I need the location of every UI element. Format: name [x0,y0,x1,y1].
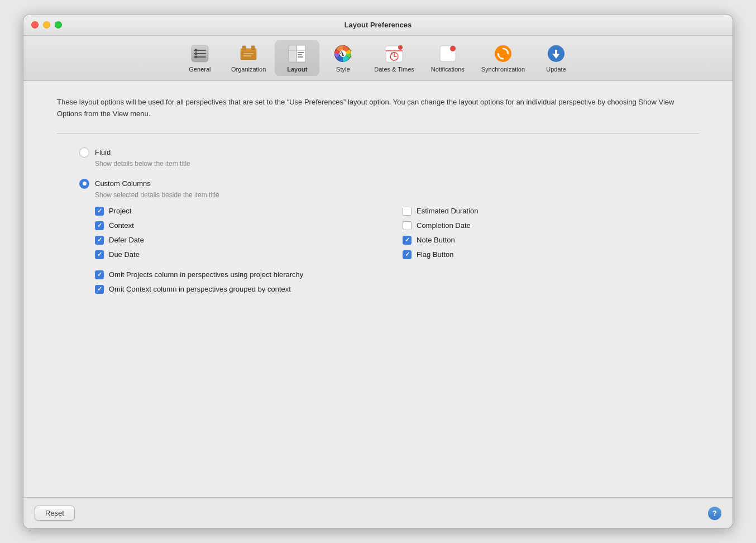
tab-notifications[interactable]: Notifications [423,40,472,76]
note-button-label: Note Button [417,236,455,244]
defer-date-checkbox[interactable] [95,236,104,245]
flag-button-checkbox[interactable] [403,250,412,259]
toolbar: General Organization [23,36,733,81]
list-item: Flag Button [403,250,699,259]
organization-icon [238,44,259,64]
custom-columns-radio[interactable] [79,179,89,189]
tab-organization-label: Organization [231,66,266,73]
omit-projects-checkbox[interactable] [95,270,104,279]
svg-rect-10 [251,46,255,50]
svg-point-6 [194,56,197,59]
estimated-duration-checkbox[interactable] [403,207,412,216]
tab-notifications-label: Notifications [431,66,465,73]
context-checkbox[interactable] [95,221,104,230]
tab-layout-label: Layout [287,66,307,73]
list-item: Estimated Duration [403,207,699,216]
completion-date-label: Completion Date [417,221,471,230]
tab-dates-times[interactable]: 17 Dates & Times [366,40,422,76]
omit-context-checkbox[interactable] [95,285,104,294]
list-item: Context [95,221,391,230]
list-item: Defer Date [95,236,391,245]
list-item: Due Date [95,250,391,259]
tab-organization[interactable]: Organization [223,40,274,76]
svg-rect-19 [298,56,303,58]
svg-rect-9 [242,46,246,50]
project-checkbox[interactable] [95,207,104,216]
list-item: Project [95,207,391,216]
flag-button-label: Flag Button [417,250,454,259]
window-title: Layout Preferences [344,21,412,29]
list-item: Omit Projects column in perspectives usi… [95,270,699,279]
svg-rect-40 [555,50,557,55]
defer-date-label: Defer Date [109,236,144,244]
content-area: These layout options will be used for al… [23,81,733,497]
separator [57,134,699,134]
project-label: Project [109,207,131,215]
svg-rect-14 [289,45,296,62]
svg-rect-17 [298,52,304,53]
dates-times-icon: 17 [384,44,404,64]
tab-dates-times-label: Dates & Times [374,66,414,73]
omit-projects-label: Omit Projects column in perspectives usi… [109,270,303,279]
layout-icon [287,44,307,64]
synchronization-icon [493,44,513,64]
list-item: Omit Context column in perspectives grou… [95,285,699,294]
notifications-icon [438,44,458,64]
tab-update[interactable]: Update [534,40,578,76]
minimize-button[interactable] [43,21,50,28]
general-icon [190,44,210,64]
fluid-label: Fluid [95,148,111,156]
list-item: Note Button [403,236,699,245]
help-button[interactable]: ? [708,507,721,520]
svg-text:A: A [339,49,344,58]
custom-columns-label: Custom Columns [95,179,151,188]
tab-update-label: Update [546,66,566,73]
fluid-option: Fluid Show details below the item title [79,147,699,168]
style-icon: A [333,44,353,64]
maximize-button[interactable] [55,21,62,28]
tab-layout[interactable]: Layout [275,40,319,76]
tab-synchronization-label: Synchronization [481,66,525,73]
columns-grid: Project Estimated Duration Context [95,207,699,259]
list-item: Completion Date [403,221,699,230]
due-date-checkbox[interactable] [95,250,104,259]
custom-columns-option: Custom Columns Show selected details bes… [79,179,699,294]
tab-synchronization[interactable]: Synchronization [473,40,533,76]
tab-style[interactable]: A Style [320,40,365,76]
custom-columns-subtitle: Show selected details beside the item ti… [95,191,699,199]
due-date-label: Due Date [109,250,140,259]
title-bar: Layout Preferences [23,15,733,36]
tab-general[interactable]: General [178,40,222,76]
tab-general-label: General [189,66,210,73]
context-label: Context [109,221,134,230]
estimated-duration-label: Estimated Duration [417,207,479,215]
fluid-subtitle: Show details below the item title [95,160,699,168]
fluid-radio[interactable] [79,147,89,158]
svg-text:17: 17 [391,52,395,56]
svg-point-33 [450,46,456,51]
window-controls [31,21,62,28]
radio-group: Fluid Show details below the item title … [79,147,699,294]
svg-point-34 [495,45,511,62]
close-button[interactable] [31,21,39,28]
preferences-window: Layout Preferences General [23,15,733,528]
update-icon [546,44,566,64]
tab-style-label: Style [336,66,350,73]
omit-context-label: Omit Context column in perspectives grou… [109,285,291,293]
completion-date-checkbox[interactable] [403,221,412,230]
reset-button[interactable]: Reset [35,506,75,521]
extra-options: Omit Projects column in perspectives usi… [95,270,699,294]
note-button-checkbox[interactable] [403,236,412,245]
bottom-bar: Reset ? [23,497,733,528]
description-text: These layout options will be used for al… [57,97,699,120]
svg-point-2 [194,49,197,52]
svg-point-27 [398,45,403,50]
svg-point-4 [194,53,197,55]
svg-rect-18 [298,54,302,55]
